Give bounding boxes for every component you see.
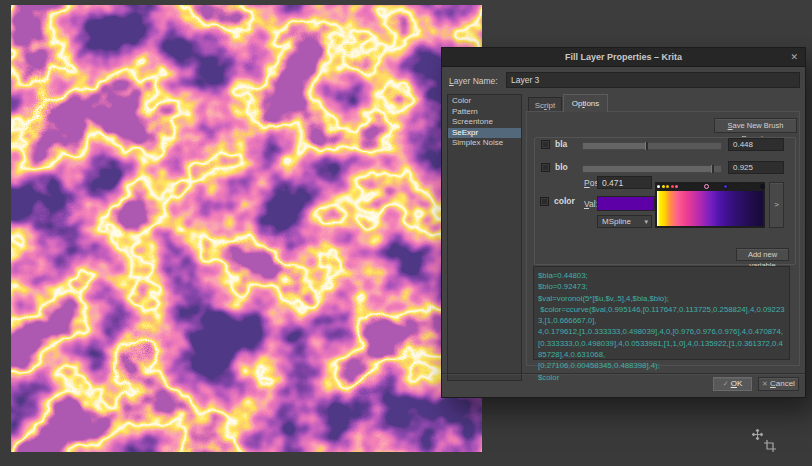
gradient-editor[interactable] [655, 182, 765, 228]
gradient-stop-marker[interactable] [666, 185, 669, 188]
gradient-preview-bar[interactable] [657, 191, 763, 226]
gradient-stop-marker-selected[interactable] [704, 184, 709, 189]
blo-label: blo [555, 162, 568, 172]
cursor-icons [752, 429, 782, 455]
gradient-next-button[interactable]: > [769, 182, 784, 228]
add-new-variable-button[interactable]: Add new variable [736, 248, 789, 261]
color-label: color [554, 196, 575, 206]
interpolation-selected-value: MSpline [602, 217, 631, 226]
dialog-titlebar[interactable]: Fill Layer Properties – Krita ✕ [442, 48, 805, 67]
gradient-stop-marker[interactable] [675, 185, 678, 188]
list-item-color[interactable]: Color [448, 96, 521, 107]
list-item-simplex-noise[interactable]: Simplex Noise [448, 138, 521, 149]
gradient-stop-marker[interactable] [662, 185, 665, 188]
fill-layer-properties-dialog: Fill Layer Properties – Krita ✕ Layer Na… [441, 47, 806, 398]
pos-input[interactable] [597, 176, 652, 189]
generator-type-list: Color Pattern Screentone SeExpr Simplex … [447, 94, 522, 381]
gradient-stop-marker[interactable] [760, 184, 765, 189]
close-icon[interactable]: ✕ [790, 48, 798, 67]
blo-checkbox[interactable] [541, 163, 550, 172]
interpolation-dropdown[interactable]: MSpline ▾ [597, 215, 652, 228]
bla-label: bla [555, 139, 567, 149]
chevron-down-icon: ▾ [644, 216, 648, 227]
bla-slider-handle[interactable] [645, 142, 648, 150]
list-item-pattern[interactable]: Pattern [448, 107, 521, 118]
move-cursor-icon [752, 429, 763, 440]
footer-separator [442, 373, 805, 374]
check-icon: ✓ [723, 380, 729, 387]
list-item-screentone[interactable]: Screentone [448, 117, 521, 128]
blo-slider-fill [583, 166, 711, 172]
desktop-background: Fill Layer Properties – Krita ✕ Layer Na… [0, 0, 812, 466]
gradient-stop-marker[interactable] [671, 185, 674, 188]
ok-button[interactable]: ✓OK [713, 377, 752, 391]
blo-slider[interactable] [582, 165, 722, 173]
val-label: Val: [584, 199, 598, 209]
blo-slider-handle[interactable] [711, 165, 714, 173]
layer-name-label-text: ayer Name: [454, 76, 498, 86]
canvas-texture-preview [11, 5, 482, 452]
gradient-stop-marker[interactable] [723, 184, 728, 189]
cross-icon: ✕ [762, 380, 768, 387]
crop-tool-icon [764, 440, 776, 452]
gradient-stop-marker[interactable] [657, 185, 660, 188]
list-item-seexpr[interactable]: SeExpr [448, 128, 521, 139]
seexpr-script-editor[interactable]: $bla=0.44803; $blo=0.92473; $val=voronoi… [533, 266, 790, 360]
layer-name-input[interactable] [506, 72, 800, 88]
layer-name-label: Layer Name: [449, 76, 498, 86]
bla-slider[interactable] [582, 142, 722, 150]
tab-script[interactable]: Script [528, 97, 562, 112]
cancel-button[interactable]: ✕Cancel [758, 377, 799, 391]
blo-value-spinbox[interactable]: 0.925 [728, 161, 784, 174]
save-new-brush-preset-button[interactable]: Save New Brush Preset... [714, 118, 797, 133]
voronoi-plasma-noise [11, 5, 482, 452]
bla-value-spinbox[interactable]: 0.448 [728, 138, 784, 151]
color-value-swatch[interactable] [597, 196, 655, 211]
dialog-title: Fill Layer Properties – Krita [442, 48, 805, 67]
color-checkbox[interactable] [540, 197, 549, 206]
tab-options[interactable]: Options [563, 94, 608, 112]
bla-checkbox[interactable] [541, 140, 550, 149]
bla-slider-fill [583, 143, 645, 149]
